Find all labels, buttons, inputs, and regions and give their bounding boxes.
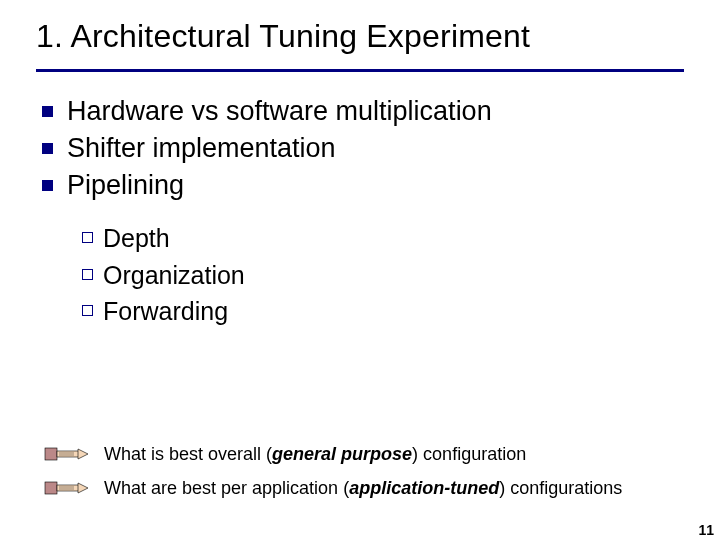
note-emphasis: application-tuned [349, 478, 499, 498]
bullet-text: Forwarding [103, 294, 228, 329]
list-item: Shifter implementation [42, 131, 684, 166]
svg-rect-0 [45, 448, 57, 460]
main-bullet-list: Hardware vs software multiplication Shif… [36, 94, 684, 203]
sub-bullet-list: Depth Organization Forwarding [36, 221, 684, 329]
note-text: What is best overall (general purpose) c… [104, 444, 526, 465]
note-line: What is best overall (general purpose) c… [44, 442, 700, 466]
bullet-text: Shifter implementation [67, 131, 336, 166]
svg-rect-3 [45, 482, 57, 494]
hollow-square-bullet-icon [82, 269, 93, 280]
note-text: What are best per application (applicati… [104, 478, 622, 499]
pointing-hand-icon [44, 442, 92, 466]
hollow-square-bullet-icon [82, 305, 93, 316]
note-emphasis: general purpose [272, 444, 412, 464]
square-bullet-icon [42, 143, 53, 154]
bullet-text: Pipelining [67, 168, 184, 203]
list-item: Hardware vs software multiplication [42, 94, 684, 129]
list-item: Organization [82, 258, 684, 293]
bullet-text: Organization [103, 258, 245, 293]
square-bullet-icon [42, 180, 53, 191]
note-text-post: ) configurations [499, 478, 622, 498]
hollow-square-bullet-icon [82, 232, 93, 243]
footer-notes: What is best overall (general purpose) c… [44, 442, 700, 510]
list-item: Pipelining [42, 168, 684, 203]
slide: 1. Architectural Tuning Experiment Hardw… [0, 0, 720, 540]
page-number: 11 [698, 522, 714, 538]
note-text-post: ) configuration [412, 444, 526, 464]
bullet-text: Hardware vs software multiplication [67, 94, 492, 129]
list-item: Depth [82, 221, 684, 256]
note-line: What are best per application (applicati… [44, 476, 700, 500]
slide-title: 1. Architectural Tuning Experiment [36, 18, 684, 55]
note-text-pre: What is best overall ( [104, 444, 272, 464]
title-divider [36, 69, 684, 72]
note-text-pre: What are best per application ( [104, 478, 349, 498]
bullet-text: Depth [103, 221, 170, 256]
list-item: Forwarding [82, 294, 684, 329]
pointing-hand-icon [44, 476, 92, 500]
square-bullet-icon [42, 106, 53, 117]
